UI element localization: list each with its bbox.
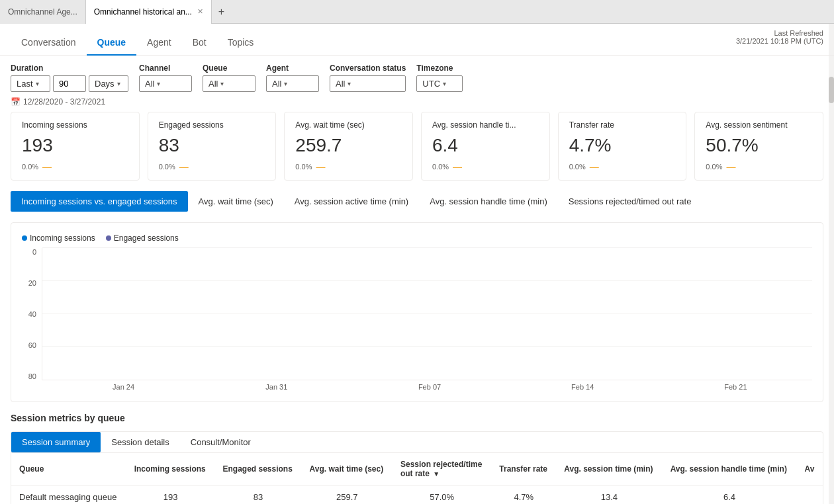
table-body: Default messaging queue19383259.757.0%4.… [11, 485, 823, 505]
kpi-footer: 0.0% — [22, 161, 128, 172]
legend-label-1: Engaged sessions [114, 233, 179, 243]
chart-container: Incoming sessions Engaged sessions 80604… [11, 222, 823, 402]
table-header-3: Avg. wait time (sec) [302, 453, 393, 485]
chart-area: 806040200 [22, 248, 812, 380]
kpi-title: Transfer rate [569, 120, 676, 130]
kpi-value: 6.4 [432, 135, 539, 156]
conversation-status-select[interactable]: All ▾ [330, 75, 406, 92]
x-label-2: Feb 07 [353, 383, 506, 391]
kpi-title: Avg. session sentiment [706, 120, 812, 130]
table-row: Default messaging queue19383259.757.0%4.… [11, 485, 823, 505]
session-table: QueueIncoming sessionsEngaged sessionsAv… [11, 453, 823, 504]
duration-unit-select[interactable]: Days ▾ [89, 75, 128, 92]
calendar-icon: 📅 [11, 97, 21, 106]
y-axis: 806040200 [22, 248, 42, 380]
chart-legend: Incoming sessions Engaged sessions [22, 233, 812, 243]
close-icon[interactable]: ✕ [197, 7, 203, 16]
legend-label-0: Incoming sessions [30, 233, 95, 243]
chevron-down-icon: ▾ [284, 80, 287, 87]
sort-icon[interactable]: ▼ [433, 470, 440, 478]
kpi-change: 0.0% [432, 163, 449, 171]
section-title: Session metrics by queue [11, 413, 823, 423]
chart-tab-1[interactable]: Avg. wait time (sec) [188, 191, 284, 212]
date-range: 📅 12/28/2020 - 3/27/2021 [0, 97, 834, 112]
legend-item-1: Engaged sessions [106, 233, 179, 243]
tab-2[interactable]: Omnichannel historical an... ✕ [86, 0, 212, 24]
nav-tab-bot[interactable]: Bot [182, 29, 217, 56]
table-header-5: Transfer rate [491, 453, 556, 485]
chevron-down-icon: ▾ [220, 80, 224, 87]
table-cell-0-6: 13.4 [556, 485, 662, 505]
scrollbar[interactable] [829, 24, 834, 504]
chevron-down-icon: ▾ [117, 80, 120, 87]
session-metrics: Session metrics by queue Session summary… [0, 413, 834, 504]
kpi-dash: — [590, 161, 599, 172]
x-label-4: Feb 21 [659, 383, 812, 391]
chart-tab-0[interactable]: Incoming sessions vs. engaged sessions [11, 191, 188, 212]
kpi-card-0: Incoming sessions 193 0.0% — [11, 112, 140, 181]
table-header-0: Queue [11, 453, 126, 485]
kpi-change: 0.0% [159, 163, 175, 171]
tab-1-label: Omnichannel Age... [8, 7, 77, 17]
kpi-card-4: Transfer rate 4.7% 0.0% — [558, 112, 687, 181]
sub-tab-1[interactable]: Session details [101, 432, 179, 452]
kpi-dash: — [179, 161, 189, 172]
kpi-dash: — [316, 161, 325, 172]
chevron-down-icon: ▾ [36, 80, 39, 87]
sub-tab-2[interactable]: Consult/Monitor [180, 432, 261, 452]
nav-tab-conversation[interactable]: Conversation [11, 29, 87, 56]
legend-item-0: Incoming sessions [22, 233, 95, 243]
tab-1[interactable]: Omnichannel Age... [0, 0, 86, 24]
sub-tab-0[interactable]: Session summary [11, 432, 101, 452]
nav-tab-queue[interactable]: Queue [87, 29, 137, 56]
filter-queue: Queue All ▾ [203, 63, 255, 92]
filter-duration: Duration Last ▾ Days ▾ [11, 63, 128, 92]
legend-dot-0 [22, 235, 27, 241]
app-container: Conversation Queue Agent Bot Topics Last… [0, 24, 834, 504]
filters-bar: Duration Last ▾ Days ▾ Channel All ▾ Qu [0, 56, 834, 97]
sub-tabs: Session summarySession detailsConsult/Mo… [11, 432, 823, 453]
duration-value-input[interactable] [53, 75, 86, 92]
x-label-0: Jan 24 [47, 383, 200, 391]
table-header-7: Avg. session handle time (min) [663, 453, 797, 485]
kpi-card-3: Avg. session handle ti... 6.4 0.0% — [421, 112, 550, 181]
kpi-footer: 0.0% — [432, 161, 539, 172]
table-cell-0-7: 6.4 [663, 485, 797, 505]
table-header-2: Engaged sessions [214, 453, 301, 485]
nav-tab-topics[interactable]: Topics [217, 29, 265, 56]
kpi-dash: — [42, 161, 52, 172]
chart-tab-2[interactable]: Avg. session active time (min) [284, 191, 419, 212]
duration-period-select[interactable]: Last ▾ [11, 75, 50, 92]
kpi-title: Avg. session handle ti... [432, 120, 539, 130]
timezone-select[interactable]: UTC ▾ [416, 75, 463, 92]
y-label-3: 20 [22, 279, 36, 287]
add-tab-button[interactable]: + [212, 0, 231, 24]
chart-tab-4[interactable]: Sessions rejected/timed out rate [558, 191, 702, 212]
kpi-title: Avg. wait time (sec) [295, 120, 402, 130]
table-header-8: Av [797, 453, 823, 485]
y-label-2: 40 [22, 310, 36, 318]
agent-select[interactable]: All ▾ [266, 75, 319, 92]
browser-chrome: Omnichannel Age... Omnichannel historica… [0, 0, 834, 24]
filter-channel: Channel All ▾ [139, 63, 192, 92]
kpi-card-1: Engaged sessions 83 0.0% — [148, 112, 277, 181]
scrollbar-thumb[interactable] [829, 77, 834, 103]
x-axis: Jan 24Jan 31Feb 07Feb 14Feb 21 [47, 383, 812, 391]
filter-timezone: Timezone UTC ▾ [416, 63, 463, 92]
nav-tab-agent[interactable]: Agent [136, 29, 182, 56]
kpi-value: 4.7% [569, 135, 676, 156]
kpi-card-2: Avg. wait time (sec) 259.7 0.0% — [284, 112, 413, 181]
kpi-row: Incoming sessions 193 0.0% — Engaged ses… [0, 112, 834, 191]
queue-select[interactable]: All ▾ [203, 75, 255, 92]
chart-tab-3[interactable]: Avg. session handle time (min) [419, 191, 558, 212]
channel-select[interactable]: All ▾ [139, 75, 192, 92]
chevron-down-icon: ▾ [443, 80, 446, 87]
kpi-change: 0.0% [569, 163, 586, 171]
kpi-change: 0.0% [295, 163, 312, 171]
bars-row [42, 248, 812, 380]
kpi-value: 259.7 [295, 135, 402, 156]
kpi-dash: — [726, 161, 735, 172]
kpi-footer: 0.0% — [295, 161, 402, 172]
tab-2-label: Omnichannel historical an... [94, 7, 192, 17]
chart-inner [42, 248, 812, 380]
